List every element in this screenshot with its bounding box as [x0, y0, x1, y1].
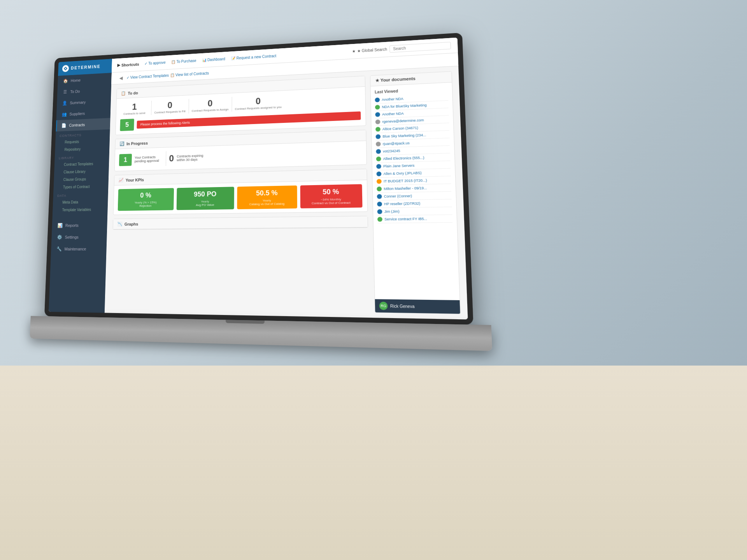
- kpi-rejection[interactable]: 0 % Yearly (% > 15%) Rejection: [118, 188, 174, 211]
- contracts-icon: 📄: [61, 123, 67, 128]
- sidebar-settings-label: Settings: [65, 235, 79, 240]
- graphs-section: 📉 Graphs: [113, 216, 368, 230]
- doc-icon-3: [375, 119, 381, 124]
- kpi-grid: 0 % Yearly (% > 15%) Rejection 950 PO Ye…: [118, 184, 363, 211]
- doc-item-15[interactable]: Jim (Jim): [377, 207, 452, 216]
- sidebar-maintenance-label: Maintenance: [64, 247, 86, 251]
- laptop-screen: DETERMINE 🏠 Home ☰ To Do 👤: [49, 38, 468, 320]
- todo-icon: ☰: [62, 89, 68, 94]
- contract-requests-assign-widget: 0 Contract Requests to Assign: [192, 98, 229, 112]
- logo-icon: [62, 65, 69, 72]
- doc-icon-15: [377, 209, 382, 214]
- shortcut-to-purchase[interactable]: 📋 To Purchase: [171, 59, 196, 64]
- doc-text-8: Allied Electronics (555...): [383, 156, 424, 161]
- doc-icon-1: [375, 105, 380, 109]
- main-panel: 📋 To do 1 Contracts to send: [110, 76, 370, 313]
- sidebar-template-variables[interactable]: Template Variables: [53, 205, 108, 214]
- pending-approval-label: Your Contracts pending approval: [135, 155, 163, 163]
- contract-requests-fill-label: Contract Requests to Fill: [154, 109, 186, 114]
- contracts-pending-approval: 1 Your Contracts pending approval: [119, 152, 163, 166]
- kpi-body: 0 % Yearly (% > 15%) Rejection 950 PO Ye…: [114, 180, 368, 215]
- sidebar-reports-label: Reports: [65, 223, 79, 228]
- contract-requests-assign-label: Contract Requests to Assign: [192, 107, 229, 112]
- contract-requests-assigned-widget: 0 Contract Requests assigned to you: [235, 95, 282, 110]
- doc-icon-11: [377, 179, 382, 184]
- content-area: 📋 To do 1 Contracts to send: [105, 66, 468, 319]
- sidebar-item-home-label: Home: [71, 78, 81, 83]
- sidebar-item-settings[interactable]: ⚙️ Settings: [51, 231, 107, 243]
- search-input[interactable]: [389, 42, 451, 53]
- laptop: DETERMINE 🏠 Home ☰ To Do 👤: [42, 30, 522, 405]
- kpi-po-desc: Avg PO Value: [179, 203, 231, 207]
- kpi-contract-desc: Contract vs Out of Contract: [303, 201, 359, 205]
- todo-chart-icon: 📋: [121, 91, 126, 96]
- user-footer: RG Rick Geneva: [375, 299, 460, 314]
- suppliers-icon: 👥: [61, 112, 67, 117]
- contract-requests-assigned-label: Contract Requests assigned to you: [235, 105, 282, 110]
- sidebar-meta-data[interactable]: Meta Data: [53, 198, 108, 206]
- summary-icon: 👤: [62, 101, 67, 106]
- app-container: DETERMINE 🏠 Home ☰ To Do 👤: [49, 38, 468, 320]
- contracts-to-send-widget: 1 Contracts to send: [120, 102, 148, 116]
- doc-icon-14: [377, 202, 382, 207]
- doc-text-7: vot234245: [383, 149, 400, 153]
- user-avatar: RG: [379, 302, 388, 310]
- contracts-to-send-label: Contracts to send: [123, 111, 145, 116]
- doc-text-12: Milton Masheller - 09/19...: [384, 186, 427, 191]
- doc-item-14[interactable]: HP reseller (ZDTR32): [377, 200, 452, 208]
- doc-icon-9: [376, 164, 381, 169]
- expiring-label: Contracts expiring within 30 days: [177, 154, 206, 162]
- shortcut-view-list-contracts[interactable]: 📋 View list of Contracts: [170, 71, 209, 77]
- doc-icon-6: [376, 142, 381, 146]
- kpi-po-value[interactable]: 950 PO Yearly Avg PO Value: [176, 187, 234, 210]
- doc-icon-2: [375, 112, 380, 117]
- kpi-rejection-desc: Rejection: [121, 204, 170, 208]
- pending-approval-number: 1: [119, 154, 132, 166]
- divider-2: [188, 99, 189, 113]
- collapse-btn[interactable]: ◀: [117, 74, 125, 82]
- kpi-catalog[interactable]: 50.5 % Yearly Catalog vs Out of Catalog: [237, 186, 297, 209]
- in-progress-section: 🔄 In Progress 1 Your Contracts pending a…: [114, 130, 367, 171]
- graphs-icon: 📉: [117, 222, 123, 227]
- doc-text-15: Jim (Jim): [384, 210, 400, 214]
- doc-text-3: rgeneva@determine.com: [382, 118, 424, 124]
- shortcut-request-contract[interactable]: 📝 Request a new Contract: [231, 54, 277, 60]
- contracts-to-send-number: 1: [132, 102, 137, 111]
- doc-item-16[interactable]: Service contract FY IB5...: [377, 215, 452, 224]
- kpi-catalog-value: 50.5 %: [240, 189, 294, 198]
- sidebar-item-maintenance[interactable]: 🔧 Maintenance: [51, 243, 107, 255]
- search-star-icon: ★: [352, 49, 356, 53]
- logo-text: DETERMINE: [71, 64, 101, 71]
- section-label-data: DATA: [53, 190, 109, 199]
- graphs-header: 📉 Graphs: [113, 216, 368, 229]
- doc-text-10: Allen & Ovry (JPLABS): [383, 171, 421, 176]
- sidebar: DETERMINE 🏠 Home ☰ To Do 👤: [49, 59, 112, 313]
- search-label: ★ ★ Global Search: [352, 47, 387, 53]
- sidebar-item-summary-label: Summary: [70, 100, 86, 105]
- doc-text-9: Plain Jane Servers: [383, 163, 415, 168]
- reports-icon: 📊: [57, 223, 63, 228]
- doc-icon-10: [376, 172, 381, 176]
- right-panel: ★ Your documents Last Viewed Another NDA: [370, 71, 461, 314]
- kpi-chart-icon: 📈: [119, 178, 124, 183]
- documents-card: ★ Your documents Last Viewed Another NDA: [370, 71, 461, 314]
- kpi-po-number: 950 PO: [179, 190, 231, 199]
- search-section: ★ ★ Global Search: [352, 42, 451, 55]
- shortcut-dashboard[interactable]: 📊 Dashboard: [202, 57, 225, 62]
- expiring-number: 0: [169, 154, 174, 163]
- doc-text-1: NDA for BlueSky Marketing: [382, 103, 427, 109]
- kpi-contract[interactable]: 50 % ~34% Monthly Contract vs Out of Con…: [300, 184, 362, 208]
- alert-number: 5: [120, 119, 134, 131]
- home-icon: 🏠: [63, 79, 68, 84]
- shortcut-view-contract-templates[interactable]: ✓ View Contract Templates: [126, 74, 169, 80]
- doc-icon-7: [376, 149, 381, 154]
- documents-body: Last Viewed Another NDA NDA: [371, 82, 460, 300]
- contract-requests-fill-number: 0: [168, 101, 173, 110]
- contract-requests-fill-widget: 0 Contract Requests to Fill: [154, 100, 186, 114]
- doc-text-14: HP reseller (ZDTR32): [384, 201, 420, 206]
- doc-icon-0: [375, 98, 380, 102]
- user-avatar-initials: RG: [381, 304, 386, 308]
- sidebar-item-reports[interactable]: 📊 Reports: [52, 219, 107, 231]
- shortcut-to-approve[interactable]: ✓ To approve: [145, 60, 166, 65]
- user-name: Rick Geneva: [390, 304, 415, 309]
